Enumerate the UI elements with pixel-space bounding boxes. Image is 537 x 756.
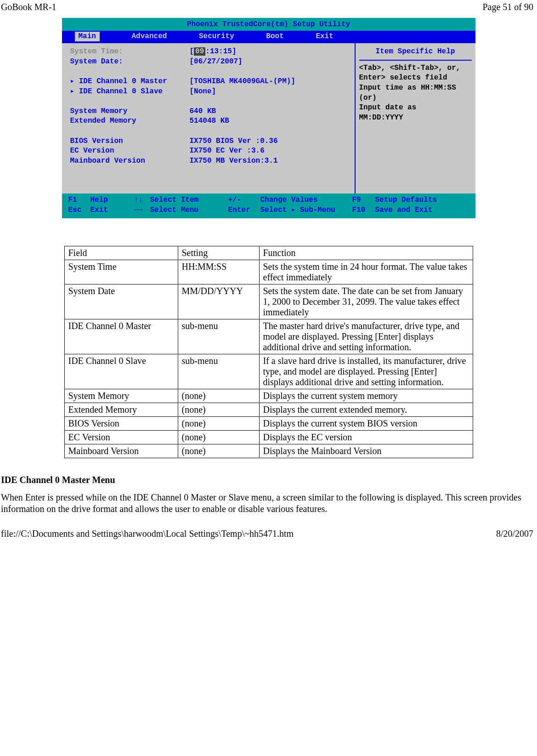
cell-field: System Date	[64, 284, 178, 319]
fields-table: Field Setting Function System TimeHH:MM:…	[64, 246, 473, 458]
cell-setting: (none)	[178, 416, 259, 430]
extended-memory-value: 514048 KB	[190, 116, 229, 126]
table-header-row: Field Setting Function	[64, 246, 473, 260]
cell-function: Sets the system time in 24 hour format. …	[259, 260, 473, 284]
table-row: Extended Memory(none)Displays the curren…	[64, 403, 473, 416]
header-setting: Setting	[178, 246, 259, 260]
system-date-label: System Date:	[70, 57, 190, 67]
footer-left: file://C:\Documents and Settings\harwood…	[1, 529, 294, 539]
cell-setting: sub-menu	[178, 354, 259, 389]
plusminus-key: +/-	[228, 195, 260, 205]
f1-key: F1	[68, 195, 90, 205]
bios-version-label: BIOS Version	[70, 136, 190, 147]
cell-field: Mainboard Version	[64, 444, 178, 458]
bios-version-value: IX750 BIOS Ver :0.36	[190, 136, 278, 147]
table-row: System DateMM/DD/YYYYSets the system dat…	[64, 284, 473, 319]
setup-defaults-label: Setup Defaults	[375, 195, 437, 205]
header-left: GoBook MR-1	[1, 2, 57, 12]
ide0-slave-label[interactable]: ▸ IDE Channel 0 Slave	[70, 87, 190, 97]
bios-title: Phoenix TrustedCore(tm) Setup Utility	[62, 18, 475, 31]
cell-function: Sets the system date. The date can be se…	[259, 284, 473, 319]
ide0-slave-value: [None]	[190, 87, 216, 97]
extended-memory-label: Extended Memory	[70, 116, 190, 126]
change-values-label: Change Values	[260, 195, 352, 205]
table-row: IDE Channel 0 Mastersub-menuThe master h…	[64, 319, 473, 354]
cell-function: Displays the current extended memory.	[259, 403, 473, 416]
mainboard-version-label: Mainboard Version	[70, 156, 190, 166]
exit-label: Exit	[90, 205, 127, 216]
system-memory-label: System Memory	[70, 107, 190, 117]
help-line: MM:DD:YYYY	[359, 113, 472, 123]
cell-function: Displays the EC version	[259, 430, 473, 444]
select-item-label: Select Item	[150, 195, 228, 205]
cell-setting: (none)	[178, 389, 259, 403]
header-field: Field	[64, 246, 178, 260]
help-label: Help	[90, 195, 127, 205]
bios-footer: F1Help↑↓Select Item+/-Change ValuesF9Set…	[62, 193, 475, 218]
select-menu-label: Select Menu	[150, 205, 228, 216]
table-row: System TimeHH:MM:SSSets the system time …	[64, 260, 473, 284]
cell-function: Displays the Mainboard Version	[259, 444, 473, 458]
section-body: When Enter is pressed while on the IDE C…	[1, 492, 533, 515]
bios-main-panel: System Time: [09:13:15] System Date: [06…	[62, 43, 356, 193]
f9-key: F9	[352, 195, 375, 205]
cell-field: Extended Memory	[64, 403, 178, 416]
cell-field: IDE Channel 0 Master	[64, 319, 178, 354]
cell-field: System Time	[64, 260, 178, 284]
system-time-hours-selected[interactable]: 09	[194, 47, 205, 56]
save-exit-label: Save and Exit	[375, 205, 433, 216]
table-row: EC Version(none)Displays the EC version	[64, 430, 473, 444]
leftright-icon: ←→	[127, 205, 150, 216]
ide0-master-label[interactable]: ▸ IDE Channel 0 Master	[70, 77, 190, 87]
ec-version-label: EC Version	[70, 146, 190, 156]
cell-function: Displays the current system BIOS version	[259, 416, 473, 430]
cell-setting: (none)	[178, 403, 259, 416]
help-line: Input date as	[359, 103, 472, 113]
cell-setting: (none)	[178, 444, 259, 458]
cell-function: Displays the current system memory	[259, 389, 473, 403]
help-line: <Tab>, <Shift-Tab>, or,	[359, 63, 472, 74]
table-row: IDE Channel 0 Slavesub-menuIf a slave ha…	[64, 354, 473, 389]
system-memory-value: 640 KB	[190, 107, 216, 117]
cell-setting: sub-menu	[178, 319, 259, 354]
table-row: BIOS Version(none)Displays the current s…	[64, 416, 473, 430]
tab-main[interactable]: Main	[75, 32, 100, 42]
table-row: Mainboard Version(none)Displays the Main…	[64, 444, 473, 458]
tab-security[interactable]: Security	[199, 32, 234, 42]
cell-field: IDE Channel 0 Slave	[64, 354, 178, 389]
header-right: Page 51 of 90	[482, 2, 533, 12]
cell-field: BIOS Version	[64, 416, 178, 430]
bios-help-panel: Item Specific Help <Tab>, <Shift-Tab>, o…	[356, 43, 475, 193]
f10-key: F10	[352, 205, 375, 216]
tab-exit[interactable]: Exit	[316, 32, 333, 42]
cell-field: EC Version	[64, 430, 178, 444]
tab-advanced[interactable]: Advanced	[132, 32, 167, 42]
help-line: Enter> selects field	[359, 73, 472, 83]
mainboard-version-value: IX750 MB Version:3.1	[190, 156, 278, 166]
system-time-value[interactable]: [09:13:15]	[190, 47, 237, 57]
help-title: Item Specific Help	[359, 47, 472, 61]
select-submenu-label: Select ▸ Sub-Menu	[260, 205, 352, 216]
ide0-master-value: [TOSHIBA MK4009GAL-(PM)]	[190, 77, 295, 87]
page-footer: file://C:\Documents and Settings\harwood…	[0, 524, 537, 541]
bios-screenshot: Phoenix TrustedCore(tm) Setup Utility Ma…	[62, 18, 475, 218]
page-header: GoBook MR-1 Page 51 of 90	[0, 0, 537, 12]
header-function: Function	[259, 246, 473, 260]
cell-function: The master hard drive's manufacturer, dr…	[259, 319, 473, 354]
cell-setting: MM/DD/YYYY	[178, 284, 259, 319]
bios-tab-bar: Main Advanced Security Boot Exit	[62, 31, 475, 43]
esc-key: Esc	[68, 205, 90, 216]
enter-key: Enter	[228, 205, 260, 216]
system-date-value[interactable]: [06/27/2007]	[190, 57, 243, 67]
updown-icon: ↑↓	[127, 195, 150, 205]
system-time-label: System Time:	[70, 47, 190, 57]
ec-version-value: IX750 EC Ver :3.6	[190, 146, 265, 156]
section-heading: IDE Channel 0 Master Menu	[1, 475, 537, 485]
cell-function: If a slave hard drive is installed, its …	[259, 354, 473, 389]
cell-setting: (none)	[178, 430, 259, 444]
help-line: (or)	[359, 93, 472, 103]
cell-field: System Memory	[64, 389, 178, 403]
table-row: System Memory(none)Displays the current …	[64, 389, 473, 403]
cell-setting: HH:MM:SS	[178, 260, 259, 284]
tab-boot[interactable]: Boot	[266, 32, 283, 42]
